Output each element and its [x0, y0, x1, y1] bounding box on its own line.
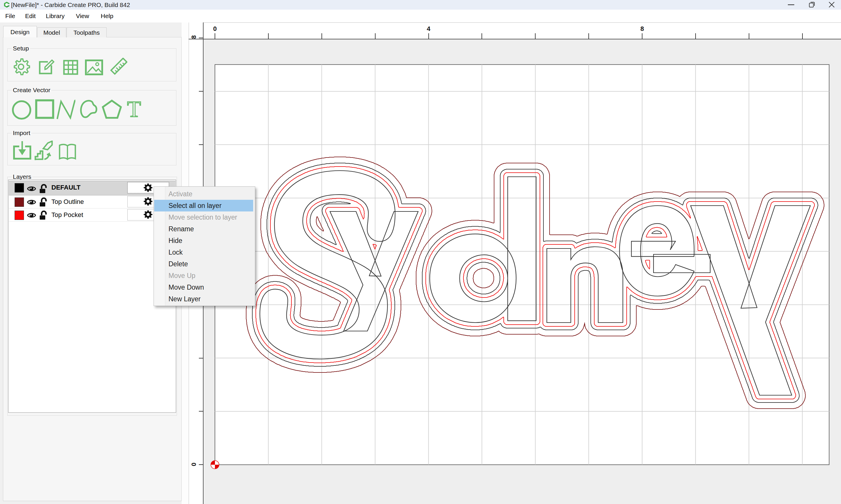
svg-text:T: T — [127, 98, 141, 120]
